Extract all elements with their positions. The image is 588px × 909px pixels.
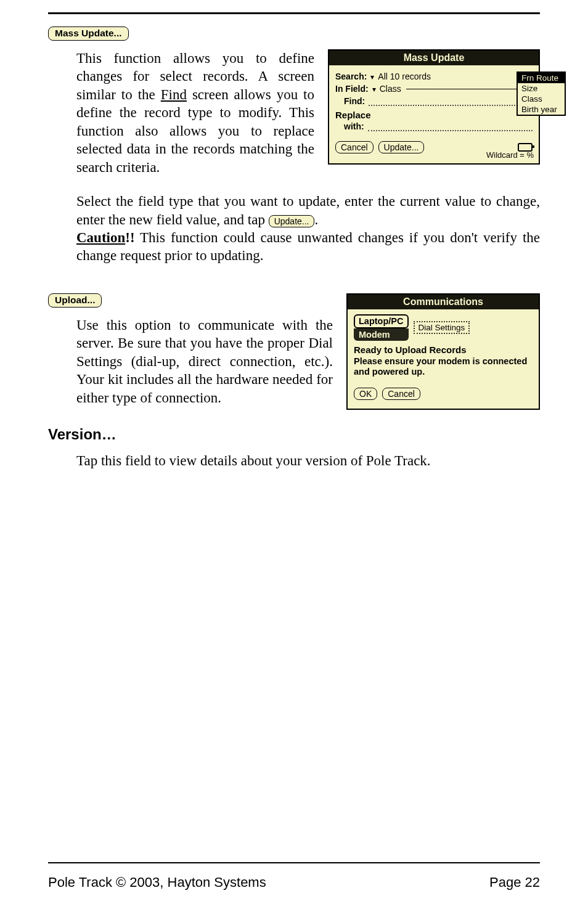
select-paragraph: Select the field type that you want to u… (76, 192, 540, 265)
replace-with-row[interactable]: with: (335, 121, 533, 131)
modem-message: Please ensure your modem is connected an… (354, 356, 533, 377)
arrow-line-icon (406, 89, 531, 89)
communications-window: Communications Laptop/PC Modem Dial Sett… (346, 293, 540, 410)
replace-input[interactable] (368, 121, 533, 131)
search-row[interactable]: Search: ▾ All 10 records (335, 71, 533, 81)
find-link[interactable]: Find (161, 87, 187, 102)
popup-item-size[interactable]: Size (518, 83, 565, 94)
upload-description: Use this option to communicate with the … (76, 316, 333, 407)
dial-settings-button[interactable]: Dial Settings (414, 321, 470, 334)
version-heading: Version… (48, 426, 540, 443)
version-description: Tap this field to view details about you… (76, 452, 540, 470)
field-popup-list[interactable]: Frn Route Size Class Birth year (517, 71, 566, 116)
communications-title: Communications (348, 295, 539, 309)
chevron-down-icon[interactable]: ▾ (372, 86, 376, 93)
select-para-2: . (314, 212, 318, 227)
ready-heading: Ready to Upload Records (354, 344, 533, 355)
ok-button[interactable]: OK (354, 388, 377, 400)
mass-update-window: Mass Update Frn Route Size Class Birth y… (328, 49, 540, 165)
popup-item-frn-route[interactable]: Frn Route (518, 73, 565, 83)
search-value: All 10 records (378, 71, 431, 81)
upload-para: Use this option to communicate with the … (76, 317, 333, 406)
chevron-down-icon[interactable]: ▾ (370, 73, 374, 81)
replace-label: Replace (335, 110, 533, 120)
tab-laptop-pc[interactable]: Laptop/PC (354, 314, 409, 328)
cancel-button-2[interactable]: Cancel (382, 388, 420, 400)
wildcard-text: Wildcard = % (486, 150, 534, 160)
caution-label: Caution (76, 230, 125, 245)
with-label: with: (344, 121, 364, 131)
footer-right: Page 22 (489, 874, 540, 891)
mass-update-button[interactable]: Mass Update... (48, 26, 129, 41)
infield-label: In Field: (335, 84, 369, 94)
caution-rest: This function could cause unwanted chang… (76, 230, 540, 263)
caution-bang: !! (125, 230, 134, 245)
find-input[interactable] (369, 96, 533, 106)
tab-modem[interactable]: Modem (354, 328, 409, 341)
find-row[interactable]: Find: (335, 96, 533, 106)
update-button[interactable]: Update... (378, 141, 425, 153)
upload-button[interactable]: Upload... (48, 293, 102, 308)
update-inline-button[interactable]: Update... (269, 215, 315, 227)
infield-value: Class (380, 84, 401, 94)
mass-update-title: Mass Update (329, 51, 539, 65)
find-label: Find: (344, 96, 365, 106)
footer-left: Pole Track © 2003, Hayton Systems (48, 874, 266, 891)
mass-update-description: This function allows you to define chang… (76, 49, 314, 176)
search-label: Search: (335, 71, 367, 81)
infield-row[interactable]: In Field: ▾ Class (335, 84, 533, 94)
popup-item-birth-year[interactable]: Birth year (518, 104, 565, 115)
version-para: Tap this field to view details about you… (76, 453, 431, 468)
cancel-button[interactable]: Cancel (335, 141, 374, 153)
popup-item-class[interactable]: Class (518, 94, 565, 104)
